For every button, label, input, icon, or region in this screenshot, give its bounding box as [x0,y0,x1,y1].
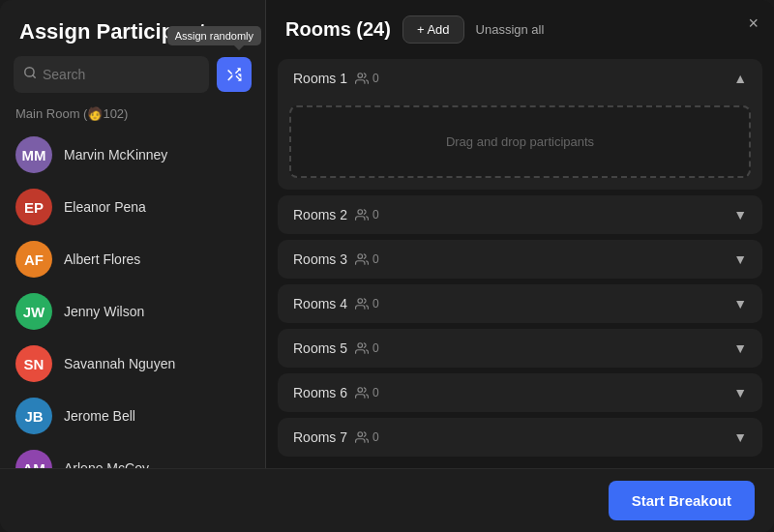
svg-point-7 [358,388,363,393]
svg-line-1 [33,75,36,78]
assign-participants-modal: × Assign Participants Assign randomly [0,0,774,532]
rooms-title: Rooms (24) [285,18,391,41]
right-panel: Rooms (24) + Add Unassign all Rooms 1 0 … [266,0,774,468]
room-header-room2[interactable]: Rooms 2 0 ▼ [278,195,762,234]
assign-randomly-button[interactable]: Assign randomly [217,57,252,92]
chevron-down-icon: ▼ [733,429,747,445]
participant-name: Eleanor Pena [64,199,146,215]
panel-title: Assign Participants [0,0,265,56]
participant-item-albert[interactable]: AF Albert Flores [0,233,265,285]
participant-item-eleanor[interactable]: EP Eleanor Pena [0,181,265,233]
shuffle-icon [225,66,243,83]
search-icon [23,66,37,83]
unassign-all-button[interactable]: Unassign all [476,22,545,37]
participant-item-savannah[interactable]: SN Savannah Nguyen [0,338,265,390]
start-breakout-button[interactable]: Start Breakout [609,481,755,520]
room-header-room5[interactable]: Rooms 5 0 ▼ [278,329,762,368]
left-panel: Assign Participants Assign randomly [0,0,266,468]
avatar: AF [15,241,52,278]
search-wrapper [14,56,209,93]
room-participant-count: 0 [355,252,379,266]
chevron-down-icon: ▼ [733,340,747,356]
room-item-room4: Rooms 4 0 ▼ [278,284,762,323]
participant-item-jerome[interactable]: JB Jerome Bell [0,390,265,442]
rooms-list: Rooms 1 0 ▲ Drag and drop participants R… [266,59,774,468]
svg-point-4 [358,254,363,259]
footer: Start Breakout [0,468,774,532]
chevron-up-icon: ▲ [733,71,747,86]
avatar: SN [15,345,52,382]
main-room-label: Main Room (🧑102) [0,103,265,129]
svg-point-3 [358,210,363,215]
chevron-down-icon: ▼ [733,207,747,222]
avatar: MM [15,136,52,173]
room-header-room4[interactable]: Rooms 4 0 ▼ [278,284,762,323]
room-label: Rooms 7 0 [293,429,379,445]
participant-item-arlene[interactable]: AM Arlene McCoy [0,442,265,468]
room-item-room5: Rooms 5 0 ▼ [278,329,762,368]
room-item-room2: Rooms 2 0 ▼ [278,195,762,234]
room-label: Rooms 5 0 [293,340,379,356]
svg-point-2 [358,74,363,78]
room-participant-count: 0 [355,297,379,310]
participant-list: MM Marvin McKinney EP Eleanor Pena AF Al… [0,129,265,468]
svg-point-5 [358,299,363,304]
avatar: JB [15,398,52,434]
avatar: AM [15,450,52,468]
chevron-down-icon: ▼ [733,385,747,400]
participant-name: Marvin McKinney [64,147,167,163]
room-header-room7[interactable]: Rooms 7 0 ▼ [278,418,762,457]
room-item-room7: Rooms 7 0 ▼ [278,418,762,457]
room-label: Rooms 3 0 [293,251,379,267]
room-header-room6[interactable]: Rooms 6 0 ▼ [278,373,762,412]
room-label: Rooms 4 0 [293,296,379,311]
right-header: Rooms (24) + Add Unassign all [266,0,774,59]
participant-name: Albert Flores [64,251,140,267]
participant-name: Arlene McCoy [64,460,149,468]
room-header-room1[interactable]: Rooms 1 0 ▲ [278,59,762,98]
room-participant-count: 0 [355,208,379,222]
room-participant-count: 0 [355,341,379,355]
room-label: Rooms 2 0 [293,207,379,222]
room-label: Rooms 6 0 [293,385,379,400]
participant-item-marvin[interactable]: MM Marvin McKinney [0,129,265,181]
search-input[interactable] [43,67,199,82]
modal-content: Assign Participants Assign randomly [0,0,774,468]
room-item-room3: Rooms 3 0 ▼ [278,240,762,279]
participant-name: Savannah Nguyen [64,356,175,371]
add-room-button[interactable]: + Add [402,15,464,44]
room-participant-count: 0 [355,430,379,444]
chevron-down-icon: ▼ [733,251,747,267]
room-header-room3[interactable]: Rooms 3 0 ▼ [278,240,762,279]
room-item-room6: Rooms 6 0 ▼ [278,373,762,412]
avatar: EP [15,189,52,225]
participant-name: Jerome Bell [64,408,135,424]
room-item-room1: Rooms 1 0 ▲ Drag and drop participants [278,59,762,190]
close-button[interactable]: × [748,14,759,34]
svg-point-8 [358,432,363,437]
room-participant-count: 0 [355,72,379,85]
avatar: JW [15,293,52,330]
svg-point-6 [358,343,363,348]
participant-item-jenny[interactable]: JW Jenny Wilson [0,285,265,338]
room-label: Rooms 1 0 [293,71,379,86]
room-participant-count: 0 [355,386,379,399]
chevron-down-icon: ▼ [733,296,747,311]
search-row: Assign randomly [0,56,265,103]
participant-name: Jenny Wilson [64,304,144,319]
drop-zone[interactable]: Drag and drop participants [289,105,751,178]
